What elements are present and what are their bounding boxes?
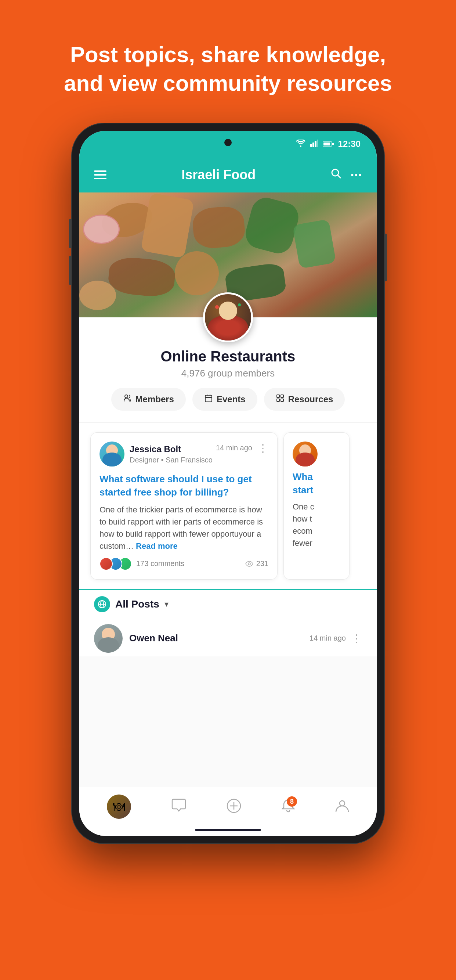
post-card-2: Whastart One chow tecomfewer [283,432,350,580]
action-buttons-row: Members Events [79,388,377,422]
post-user-name-1: Jessica Bolt [130,444,213,454]
svg-rect-0 [310,144,312,147]
filter-label[interactable]: All Posts [115,598,159,610]
post-user-subtitle-1: Designer • San Fransisco [130,456,213,464]
svg-rect-6 [332,143,334,145]
bottom-nav-bar: 🍽 [79,786,377,836]
post-more-icon-1[interactable]: ⋮ [257,442,269,454]
comments-count-1: 173 comments [136,559,184,568]
bottom-post-name: Owen Neal [129,633,178,644]
food-tab-icon: 🍽 [107,794,131,819]
views-count-1: 231 [256,559,269,568]
group-name: Online Restaurants [94,348,362,365]
filter-arrow-icon[interactable]: ▾ [164,600,168,609]
camera-notch [224,139,232,146]
post-card-1: Jessica Bolt Designer • San Fransisco 14… [90,432,278,580]
svg-line-11 [338,175,341,178]
svg-rect-9 [94,178,106,179]
tab-notifications[interactable]: 8 [281,799,295,815]
resources-icon [276,394,284,405]
phone-mockup: 12:30 Israeli Food [72,123,384,843]
group-avatar [203,293,253,342]
members-icon [123,394,132,405]
more-icon[interactable]: ··· [350,167,362,183]
volume-button-1 [69,219,72,248]
members-button[interactable]: Members [111,388,186,410]
svg-rect-3 [317,140,318,147]
status-bar-right: 12:30 [296,139,361,149]
volume-button-2 [69,256,72,285]
power-button [384,234,387,282]
profile-icon [335,799,349,815]
post-title-1: What software should I use to get starte… [100,473,269,499]
events-icon [204,394,213,405]
svg-rect-18 [281,395,283,398]
menu-icon[interactable] [94,167,106,183]
events-label: Events [217,394,246,404]
resources-label: Resources [288,394,334,404]
wifi-icon [296,139,306,149]
svg-rect-8 [94,174,106,176]
post-header-1: Jessica Bolt Designer • San Fransisco 14… [100,442,269,466]
bottom-post-row: Owen Neal 14 min ago ⋮ [79,618,377,656]
post-body-1: One of the trickier parts of ecommerce i… [100,504,269,552]
filter-row: All Posts ▾ [79,589,377,618]
posts-scroll-area[interactable]: Jessica Bolt Designer • San Fransisco 14… [79,423,377,589]
battery-icon [323,139,334,149]
add-icon [227,799,241,815]
svg-point-21 [248,563,250,565]
svg-point-28 [340,801,345,806]
svg-rect-2 [315,141,316,147]
group-info: Online Restaurants 4,976 group members [79,348,377,388]
svg-rect-17 [277,395,280,398]
search-icon[interactable] [330,168,342,182]
bottom-post-time: 14 min ago [310,634,346,643]
group-members-count: 4,976 group members [94,368,362,379]
svg-rect-1 [313,143,314,147]
post-body-2-partial: One chow tecomfewer [292,501,340,549]
post-avatar-2 [292,442,318,466]
svg-point-12 [125,395,128,398]
home-indicator [195,829,261,831]
nav-actions: ··· [330,167,362,183]
resources-button[interactable]: Resources [264,388,345,410]
events-button[interactable]: Events [192,388,257,410]
bottom-post-more-icon[interactable]: ⋮ [351,632,362,644]
svg-rect-13 [205,395,212,402]
headline: Post topics, share knowledge, and view c… [0,0,456,123]
tab-chat[interactable] [172,799,186,815]
nav-title: Israeli Food [181,167,256,183]
phone-screen: 12:30 Israeli Food [79,131,377,836]
views-info-1: 231 [245,559,269,568]
group-avatar-container [79,293,377,342]
svg-rect-19 [277,399,280,401]
navigation-bar: Israeli Food ··· [79,157,377,192]
filter-globe-icon [94,596,110,612]
tab-food[interactable]: 🍽 [107,794,131,819]
post-time-1: 14 min ago [216,444,252,452]
post-footer-1: 173 comments 231 [100,557,269,570]
tab-add[interactable] [227,799,241,815]
svg-rect-20 [281,399,283,401]
notification-badge: 8 [287,796,297,807]
post-title-2-partial: Whastart [292,470,340,497]
svg-point-10 [332,169,338,176]
svg-rect-7 [94,170,106,172]
members-label: Members [135,394,174,404]
tab-profile[interactable] [335,799,349,815]
chat-icon [172,799,186,815]
post-avatar-1 [100,442,124,466]
comment-avatar-1a [100,557,113,570]
svg-rect-5 [323,143,330,145]
bottom-post-avatar [94,624,122,653]
signal-icon [310,139,318,149]
read-more-link[interactable]: Read more [136,541,178,550]
time-display: 12:30 [338,139,361,149]
